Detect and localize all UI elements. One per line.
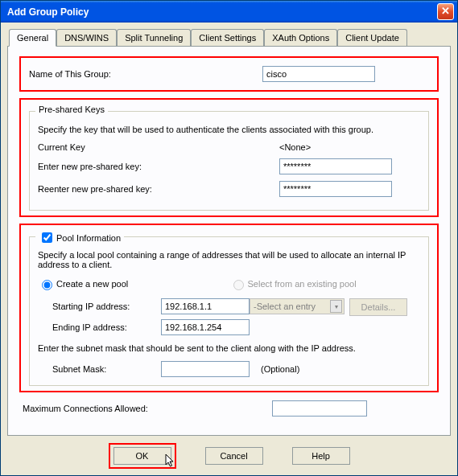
tab-client-settings[interactable]: Client Settings bbox=[191, 29, 264, 46]
ending-ip-input[interactable] bbox=[161, 319, 250, 335]
subnet-description: Enter the subnet mask that should be sen… bbox=[38, 343, 420, 353]
radio-select-existing-label: Select from an existing pool bbox=[248, 279, 357, 289]
dialog-window: Add Group Policy ✕ General DNS/WINS Spli… bbox=[0, 0, 458, 476]
tab-general[interactable]: General bbox=[9, 29, 56, 47]
close-icon: ✕ bbox=[441, 5, 450, 17]
starting-ip-input[interactable] bbox=[161, 298, 250, 314]
cancel-button[interactable]: Cancel bbox=[205, 447, 263, 465]
psk-fieldset: Pre-shared Keys Specify the key that wil… bbox=[29, 111, 429, 211]
tab-client-update[interactable]: Client Update bbox=[337, 29, 407, 46]
details-button: Details... bbox=[349, 298, 407, 316]
content-area: General DNS/WINS Split Tunneling Client … bbox=[1, 23, 457, 443]
psk-description: Specify the key that will be used to aut… bbox=[38, 125, 420, 134]
ok-highlight: OK bbox=[109, 443, 176, 469]
group-name-section: Name of This Group: bbox=[19, 56, 439, 92]
group-name-input[interactable] bbox=[262, 66, 375, 82]
existing-pool-select: -Select an entry ▾ bbox=[250, 298, 345, 314]
max-connections-input[interactable] bbox=[272, 400, 367, 416]
tab-bar: General DNS/WINS Split Tunneling Client … bbox=[9, 29, 451, 46]
subnet-optional-label: (Optional) bbox=[261, 364, 299, 374]
button-bar: OK Cancel Help bbox=[1, 443, 457, 469]
reenter-key-label: Reenter new pre-shared key: bbox=[38, 184, 279, 194]
current-key-value: <None> bbox=[279, 142, 311, 152]
current-key-label: Current Key bbox=[38, 142, 279, 152]
pool-description: Specify a local pool containing a range … bbox=[38, 250, 420, 269]
group-name-label: Name of This Group: bbox=[29, 69, 262, 79]
psk-section: Pre-shared Keys Specify the key that wil… bbox=[19, 98, 439, 217]
enter-key-label: Enter new pre-shared key: bbox=[38, 162, 279, 171]
psk-legend: Pre-shared Keys bbox=[35, 105, 108, 114]
close-button[interactable]: ✕ bbox=[437, 3, 454, 20]
radio-create-new-label: Create a new pool bbox=[56, 279, 128, 289]
pool-section: Pool Information Specify a local pool co… bbox=[19, 224, 439, 392]
max-connections-label: Maximum Connections Allowed: bbox=[23, 404, 272, 413]
general-pane: Name of This Group: Pre-shared Keys Spec… bbox=[7, 46, 451, 436]
select-placeholder: -Select an entry bbox=[254, 302, 316, 311]
max-connections-row: Maximum Connections Allowed: bbox=[23, 400, 435, 416]
ending-ip-label: Ending IP address: bbox=[52, 322, 161, 332]
tab-xauth-options[interactable]: XAuth Options bbox=[264, 29, 337, 46]
enter-key-input[interactable] bbox=[279, 158, 392, 174]
chevron-down-icon: ▾ bbox=[330, 300, 342, 313]
subnet-mask-input[interactable] bbox=[161, 361, 250, 377]
subnet-mask-label: Subnet Mask: bbox=[52, 364, 161, 374]
reenter-key-input[interactable] bbox=[279, 181, 392, 197]
radio-create-new-pool[interactable] bbox=[42, 280, 52, 290]
tab-dns-wins[interactable]: DNS/WINS bbox=[56, 29, 117, 46]
pool-fieldset: Pool Information Specify a local pool co… bbox=[29, 236, 429, 386]
pool-legend-label: Pool Information bbox=[56, 233, 121, 243]
starting-ip-label: Starting IP address: bbox=[52, 302, 161, 311]
ok-button[interactable]: OK bbox=[113, 447, 171, 465]
radio-select-existing-pool bbox=[233, 280, 244, 290]
titlebar: Add Group Policy ✕ bbox=[1, 1, 457, 23]
tab-split-tunneling[interactable]: Split Tunneling bbox=[117, 29, 191, 46]
pool-info-checkbox[interactable] bbox=[42, 232, 52, 243]
help-button[interactable]: Help bbox=[292, 447, 350, 465]
window-title: Add Group Policy bbox=[7, 6, 437, 18]
